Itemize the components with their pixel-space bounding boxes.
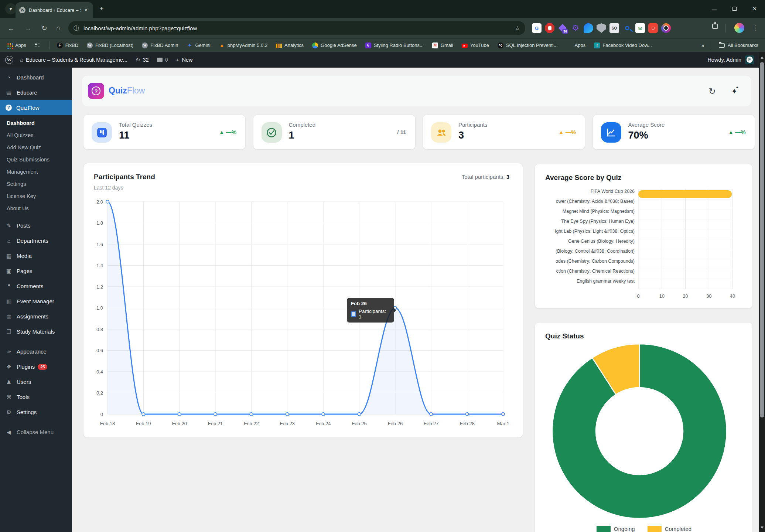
bookmark-item[interactable]: ▲phpMyAdmin 5.0.2	[219, 42, 267, 48]
camera-ring-extension-icon-inner	[663, 25, 669, 31]
page-title: QuizFlow	[109, 86, 145, 96]
bookmark-item[interactable]: FFixBD	[57, 42, 78, 48]
key-extension-icon-inner	[625, 26, 629, 30]
sq-extension-icon[interactable]: SQ	[609, 23, 619, 33]
bookmark-item[interactable]: Apps	[566, 42, 586, 48]
tools-icon: ⚒	[5, 394, 13, 400]
all-bookmarks-button[interactable]: All Bookmarks	[719, 42, 758, 48]
total-quizzes-icon	[92, 122, 112, 143]
bookmark-star-icon[interactable]: ☆	[515, 25, 520, 32]
window-maximize-button[interactable]	[730, 5, 738, 13]
sidebar-item-dashboard[interactable]: ◔Dashboard	[0, 70, 72, 85]
translate-extension-icon[interactable]: G	[532, 23, 542, 33]
bookmark-item[interactable]: WFixBD Admin	[142, 42, 178, 48]
sidebar-item-posts[interactable]: ✎Posts	[0, 218, 72, 233]
bookmark-item[interactable]: WFixBD (Localhost)	[87, 42, 133, 48]
sidebar-item-media[interactable]: ▦Media	[0, 248, 72, 263]
adblock-extension-icon[interactable]	[545, 23, 554, 33]
browser-toolbar: ← → ↻ ⌂ ⓘ localhost/wp-admin/admin.php?p…	[0, 18, 765, 38]
phpmyadmin-icon: ▲	[219, 42, 225, 48]
bookmarks-overflow-chevrons[interactable]: »	[701, 42, 704, 48]
browser-profile-avatar[interactable]	[734, 23, 744, 33]
submenu-item-about-us[interactable]: About Us	[0, 202, 72, 214]
key-extension-icon[interactable]	[622, 23, 632, 33]
submenu-item-all-quizzes[interactable]: All Quizzes	[0, 129, 72, 141]
stat-card-average-score: Average Score70%▲ —%	[592, 115, 755, 150]
svg-text:1.2: 1.2	[96, 284, 103, 290]
bookmark-item[interactable]: ▶YouTube	[462, 42, 489, 48]
browser-menu-icon[interactable]: ⋮	[751, 23, 759, 33]
forward-button[interactable]: →	[23, 23, 33, 33]
sidebar-item-plugins[interactable]: ❖Plugins25	[0, 359, 72, 374]
sidebar-item-users[interactable]: ♟Users	[0, 374, 72, 389]
bookmark-label: FixBD Admin	[150, 42, 178, 48]
admin-bar-comments[interactable]: 0	[157, 57, 168, 63]
sidebar-item-tools[interactable]: ⚒Tools	[0, 389, 72, 405]
sidebar-item-appearance[interactable]: ✑Appearance	[0, 344, 72, 359]
submenu-item-dashboard[interactable]: Dashboard	[0, 117, 72, 129]
sidebar-item-study-materials[interactable]: ❒Study Materials	[0, 324, 72, 339]
camera-ring-extension-icon[interactable]	[661, 23, 671, 33]
submenu-item-license-key[interactable]: License Key	[0, 190, 72, 202]
mail-check-extension-icon[interactable]: ✉	[635, 23, 645, 33]
sidebar-collapse-menu[interactable]: ◀Collapse Menu	[0, 424, 72, 440]
page-scrollbar[interactable]	[759, 52, 765, 532]
screenshot-extension-icon[interactable]: ❏	[648, 23, 658, 33]
dashboard-icon: ◔	[5, 74, 13, 81]
url-bar[interactable]: ⓘ localhost/wp-admin/admin.php?page=quiz…	[68, 21, 525, 35]
refresh-button[interactable]: ↻	[706, 85, 719, 98]
bookmark-item[interactable]: Apps	[7, 42, 26, 48]
bookmark-item[interactable]: Analytics	[276, 42, 304, 48]
sidebar-item-label: Event Manager	[17, 298, 54, 304]
site-info-icon[interactable]: ⓘ	[74, 25, 79, 32]
back-button[interactable]: ←	[6, 23, 16, 33]
bookmark-item[interactable]: SQSQL Injection Preventi...	[498, 42, 558, 48]
sidebar-item-departments[interactable]: ⌂Departments	[0, 233, 72, 248]
submenu-item-add-new-quiz[interactable]: Add New Quiz	[0, 141, 72, 153]
sidebar-item-event-manager[interactable]: ▥Event Manager	[0, 294, 72, 309]
submenu-item-management[interactable]: Management	[0, 166, 72, 178]
wp-admin-bar: W ⌂ Educare – Students & Result Manageme…	[0, 52, 759, 68]
blue-swoosh-extension-icon[interactable]	[584, 23, 593, 33]
scrollbar-up-arrow[interactable]	[761, 55, 764, 59]
window-close-button[interactable]: ✕	[751, 5, 759, 13]
bookmark-item[interactable]: 6Styling Radio Buttons...	[365, 42, 424, 48]
purple-gear-extension-icon[interactable]: ⚙	[571, 23, 580, 33]
tab-close-icon[interactable]: ✕	[83, 7, 89, 13]
admin-bar-site-link[interactable]: ⌂ Educare – Students & Result Manageme..…	[20, 57, 127, 63]
sidebar-item-assignments[interactable]: ≣Assignments	[0, 309, 72, 324]
browser-tab[interactable]: W Dashboard ‹ Educare – Students & ✕	[16, 2, 93, 18]
tab-search-button[interactable]: ▾	[5, 3, 16, 14]
bookmark-item[interactable]: ✦Gemini	[187, 42, 210, 48]
media-icon: ▦	[5, 253, 13, 259]
sidebar-item-educare[interactable]: ▤Educare	[0, 85, 72, 100]
sidebar-item-quizflow[interactable]: ?QuizFlow	[0, 100, 72, 115]
user-avatar[interactable]: F	[745, 55, 754, 64]
shield-extension-icon[interactable]	[597, 23, 606, 33]
badge-36-extension-icon[interactable]: 36	[558, 23, 567, 33]
admin-bar-new[interactable]: + New	[176, 57, 193, 63]
bookmark-item[interactable]: fFacebook Video Dow...	[594, 42, 652, 48]
sidebar-item-comments[interactable]: ❝Comments	[0, 279, 72, 294]
wordpress-logo-icon[interactable]: W	[5, 56, 13, 64]
submenu-item-quiz-submissions[interactable]: Quiz Submissions	[0, 153, 72, 166]
sparkle-button[interactable]: ✦✦	[728, 85, 741, 98]
bookmark-item[interactable]	[35, 42, 41, 48]
new-tab-button[interactable]: +	[97, 4, 106, 14]
submenu-item-settings[interactable]: Settings	[0, 178, 72, 190]
home-button[interactable]: ⌂	[53, 23, 64, 33]
sidebar-item-pages[interactable]: ▣Pages	[0, 263, 72, 279]
scrollbar-thumb[interactable]	[760, 62, 764, 417]
bookmark-item[interactable]: Google AdSense	[312, 42, 357, 48]
settings-icon: ⚙	[5, 409, 13, 416]
folder-icon	[719, 43, 725, 48]
extensions-puzzle-icon[interactable]	[712, 24, 718, 29]
admin-bar-updates[interactable]: ↻ 32	[136, 57, 149, 63]
quizflow-header-card: ? QuizFlow ↻ ✦✦	[82, 76, 751, 106]
scrollbar-down-arrow[interactable]	[761, 526, 764, 531]
howdy-text[interactable]: Howdy, Admin	[707, 57, 741, 63]
window-minimize-button[interactable]	[710, 5, 718, 13]
sidebar-item-settings[interactable]: ⚙Settings	[0, 405, 72, 420]
reload-button[interactable]: ↻	[39, 23, 49, 33]
bookmark-item[interactable]: MGmail	[432, 42, 453, 48]
